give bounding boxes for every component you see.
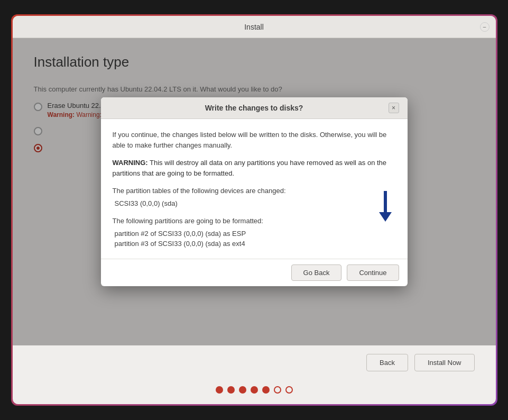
modal-overlay: Write the changes to disks? × If you con… xyxy=(13,38,496,345)
progress-dots xyxy=(13,380,496,404)
footer: Back Install Now xyxy=(13,345,496,380)
window-outer: Install – Installation type This compute… xyxy=(11,14,497,406)
modal-close-button[interactable]: × xyxy=(389,103,399,113)
modal-device: SCSI33 (0,0,0) (sda) xyxy=(115,199,178,207)
modal-device-list: SCSI33 (0,0,0) (sda) xyxy=(115,198,396,209)
list-item: partition #2 of SCSI33 (0,0,0) (sda) as … xyxy=(115,229,396,239)
modal-footer: Go Back Continue xyxy=(101,259,408,286)
arrow-shaft xyxy=(384,191,387,212)
arrow-head xyxy=(379,212,392,222)
modal-formatting-title: The following partitions are going to be… xyxy=(113,216,396,226)
dot-6 xyxy=(274,386,281,394)
modal-body: If you continue, the changes listed belo… xyxy=(101,119,408,259)
install-now-button[interactable]: Install Now xyxy=(414,354,475,371)
continue-button[interactable]: Continue xyxy=(347,264,399,281)
dot-3 xyxy=(239,386,246,394)
minimize-button[interactable]: – xyxy=(480,22,489,32)
dot-1 xyxy=(216,386,223,394)
go-back-button[interactable]: Go Back xyxy=(291,264,342,281)
back-button[interactable]: Back xyxy=(366,354,408,371)
dot-2 xyxy=(227,386,235,394)
window-title: Install xyxy=(244,23,264,31)
titlebar: Install – xyxy=(13,16,496,38)
list-item: partition #3 of SCSI33 (0,0,0) (sda) as … xyxy=(115,239,396,249)
main-window: Install – Installation type This compute… xyxy=(13,16,496,404)
titlebar-controls: – xyxy=(480,22,489,32)
modal-partition-tables-title: The partition tables of the following de… xyxy=(113,186,396,196)
dot-5 xyxy=(262,386,270,394)
modal-partition-list: partition #2 of SCSI33 (0,0,0) (sda) as … xyxy=(115,229,396,249)
modal-paragraph1: If you continue, the changes listed belo… xyxy=(113,130,396,150)
modal-header: Write the changes to disks? × xyxy=(101,97,408,119)
dot-4 xyxy=(251,386,258,394)
window-content: Installation type This computer currentl… xyxy=(13,38,496,345)
dialog-write-changes: Write the changes to disks? × If you con… xyxy=(101,97,408,286)
modal-title: Write the changes to disks? xyxy=(120,104,389,112)
dot-7 xyxy=(285,386,293,394)
arrow-indicator xyxy=(379,191,392,222)
modal-warning: WARNING: This will destroy all data on a… xyxy=(113,158,396,178)
